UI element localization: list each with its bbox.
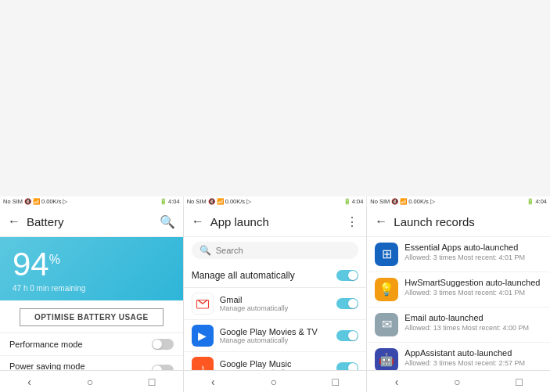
battery-back-button[interactable]: ← xyxy=(8,214,20,228)
speed-text: 0.00K/s xyxy=(41,198,61,205)
battery-title: Battery xyxy=(27,215,153,228)
battery-percent-display: 94% xyxy=(13,248,171,281)
battery-nav-home[interactable]: ○ xyxy=(87,376,93,388)
email-launch-icon: ✉ xyxy=(375,313,398,336)
play-icon: ▷ xyxy=(63,198,67,205)
launchrecords-panel: ← Launch records ⊞ Essential Apps auto-l… xyxy=(367,207,550,393)
launchrecords-header: ← Launch records xyxy=(367,207,550,237)
gmail-icon xyxy=(192,293,214,315)
status-left-3: No SIM🔇📶0.00K/s▷ xyxy=(370,198,434,205)
launch-item-appassistant[interactable]: 🤖 AppAssistant auto-launched Allowed: 3 … xyxy=(367,343,550,371)
app-list: Manage all automatically Gmail Manage au… xyxy=(184,264,367,371)
applaunch-title: App launch xyxy=(210,215,340,228)
wifi-icon-3: 🔇 xyxy=(391,198,398,205)
applaunch-nav-back[interactable]: ‹ xyxy=(211,376,215,388)
status-right-3: 🔋4:04 xyxy=(527,198,547,205)
search-icon: 🔍 xyxy=(200,245,211,256)
battery-icon-1: 🔋 xyxy=(160,198,167,205)
play-icon-3: ▷ xyxy=(430,198,435,205)
play-movies-text: Google Play Movies & TV Manage automatic… xyxy=(220,327,337,344)
wifi-icon: 🔇 xyxy=(24,198,31,205)
essential-apps-icon: ⊞ xyxy=(375,243,398,266)
manage-all-toggle[interactable] xyxy=(336,270,358,281)
battery-nav-back[interactable]: ‹ xyxy=(27,376,31,388)
battery-item-powersaving-text: Power saving mode 52 h 1 min remaining xyxy=(9,361,152,371)
hwsugg-detail: Allowed: 3 times Most recent: 4:01 PM xyxy=(404,289,542,297)
optimise-battery-button[interactable]: OPTIMISE BATTERY USAGE xyxy=(20,308,164,326)
play-movies-icon: ▶ xyxy=(192,325,214,347)
gmail-name: Gmail xyxy=(220,295,337,304)
app-item-play-movies[interactable]: ▶ Google Play Movies & TV Manage automat… xyxy=(184,320,367,352)
launchrecords-nav-recent[interactable]: □ xyxy=(516,376,522,388)
speed-text-3: 0.00K/s xyxy=(408,198,428,205)
status-left-2: No SIM🔇📶0.00K/s▷ xyxy=(187,198,251,205)
status-right-1: 🔋4:04 xyxy=(160,198,180,205)
battery-item-performance-text: Performance mode xyxy=(9,340,152,349)
essential-apps-name: Essential Apps auto-launched xyxy=(404,243,542,252)
applaunch-nav-bar: ‹ ○ □ xyxy=(184,370,367,392)
battery-nav-recent[interactable]: □ xyxy=(149,376,155,388)
applaunch-search-bar[interactable]: 🔍 xyxy=(192,242,359,259)
play-icon-2: ▷ xyxy=(246,198,251,205)
launch-item-hwsugg[interactable]: 💡 HwSmartSuggestion auto-launched Allowe… xyxy=(367,272,550,307)
battery-item-powersaving[interactable]: Power saving mode 52 h 1 min remaining xyxy=(0,356,183,371)
play-movies-toggle[interactable] xyxy=(336,330,358,341)
play-music-text: Google Play Music Manage automatically xyxy=(220,359,337,371)
battery-icon-2: 🔋 xyxy=(343,198,350,205)
gmail-text: Gmail Manage automatically xyxy=(220,295,337,312)
battery-item-performance-label: Performance mode xyxy=(9,340,152,349)
battery-nav-bar: ‹ ○ □ xyxy=(0,370,183,392)
app-item-play-music[interactable]: ♪ Google Play Music Manage automatically xyxy=(184,352,367,371)
email-launch-name: Email auto-launched xyxy=(404,313,542,322)
search-input[interactable] xyxy=(216,246,351,255)
gmail-sub: Manage automatically xyxy=(220,304,337,312)
speed-text-2: 0.00K/s xyxy=(225,198,245,205)
launch-item-email[interactable]: ✉ Email auto-launched Allowed: 13 times … xyxy=(367,307,550,343)
hwsugg-icon: 💡 xyxy=(375,278,398,301)
time-1: 4:04 xyxy=(168,198,180,205)
status-segment-2: No SIM🔇📶0.00K/s▷ 🔋4:04 xyxy=(184,196,368,207)
battery-hero: 94% 47 h 0 min remaining xyxy=(0,237,183,300)
applaunch-nav-home[interactable]: ○ xyxy=(270,376,276,388)
battery-item-performance[interactable]: Performance mode xyxy=(0,333,183,356)
wifi-icon-2: 🔇 xyxy=(208,198,215,205)
status-bar: No SIM🔇📶0.00K/s▷ 🔋4:04 No SIM🔇📶0.00K/s▷ … xyxy=(0,196,550,207)
signal-icon-3: 📶 xyxy=(400,198,407,205)
battery-list: Performance mode Power saving mode 52 h … xyxy=(0,333,183,371)
status-segment-1: No SIM🔇📶0.00K/s▷ 🔋4:04 xyxy=(0,196,184,207)
sim-icon-2: No SIM xyxy=(187,198,207,205)
performance-mode-toggle[interactable] xyxy=(152,339,174,350)
launchrecords-title: Launch records xyxy=(394,215,542,228)
time-2: 4:04 xyxy=(352,198,364,205)
launchrecords-nav-home[interactable]: ○ xyxy=(454,376,460,388)
applaunch-header: ← App launch ⋮ xyxy=(184,207,367,237)
launchrecords-nav-back[interactable]: ‹ xyxy=(395,376,399,388)
hwsugg-name: HwSmartSuggestion auto-launched xyxy=(404,278,542,287)
applaunch-nav-recent[interactable]: □ xyxy=(333,376,339,388)
play-movies-name: Google Play Movies & TV xyxy=(220,327,337,336)
battery-panel: ← Battery 🔍 94% 47 h 0 min remaining OPT… xyxy=(0,207,184,393)
sim-icon-3: No SIM xyxy=(370,198,390,205)
manage-all-row[interactable]: Manage all automatically xyxy=(184,264,367,288)
applaunch-panel: ← App launch ⋮ 🔍 Manage all automaticall… xyxy=(184,207,368,393)
signal-icon: 📶 xyxy=(33,198,40,205)
launchrecords-nav-bar: ‹ ○ □ xyxy=(367,370,550,392)
launchrecords-back-button[interactable]: ← xyxy=(375,214,387,228)
play-music-icon: ♪ xyxy=(192,357,214,371)
battery-percent-sup: % xyxy=(49,253,60,266)
play-music-toggle[interactable] xyxy=(336,362,358,371)
app-item-gmail[interactable]: Gmail Manage automatically xyxy=(184,288,367,320)
battery-search-icon[interactable]: 🔍 xyxy=(160,214,175,229)
power-saving-toggle[interactable] xyxy=(152,365,174,370)
status-left-1: No SIM🔇📶0.00K/s▷ xyxy=(3,198,67,205)
battery-header: ← Battery 🔍 xyxy=(0,207,183,237)
gmail-toggle[interactable] xyxy=(336,298,358,309)
appassistant-detail: Allowed: 3 times Most recent: 2:57 PM xyxy=(404,359,542,367)
play-music-name: Google Play Music xyxy=(220,359,337,369)
battery-icon-3: 🔋 xyxy=(527,198,534,205)
play-movies-sub: Manage automatically xyxy=(220,336,337,344)
applaunch-back-button[interactable]: ← xyxy=(192,214,204,228)
appassistant-text: AppAssistant auto-launched Allowed: 3 ti… xyxy=(404,348,542,367)
launch-item-essential[interactable]: ⊞ Essential Apps auto-launched Allowed: … xyxy=(367,237,550,272)
applaunch-more-icon[interactable]: ⋮ xyxy=(346,214,358,229)
